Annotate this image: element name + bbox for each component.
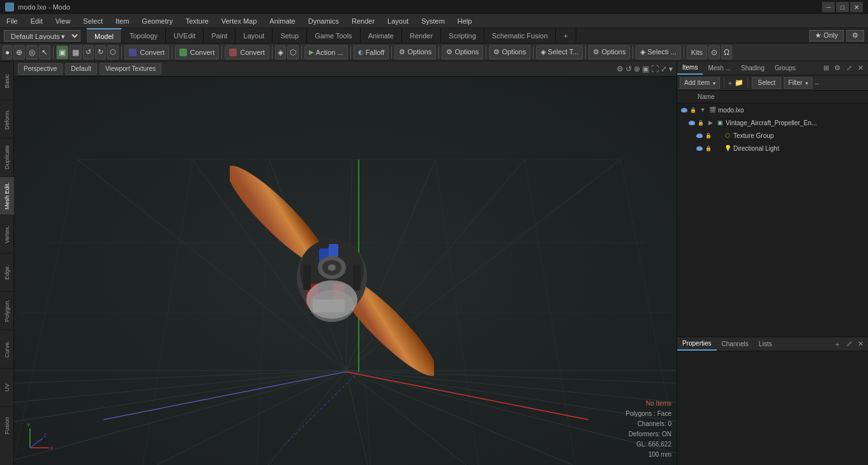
panel-tab-shading[interactable]: Shading (736, 61, 770, 75)
tab-game-tools[interactable]: Game Tools (307, 28, 361, 43)
convert2-button[interactable]: Convert (175, 45, 220, 59)
props-tab-properties[interactable]: Properties (677, 337, 717, 351)
tab-render[interactable]: Render (402, 28, 441, 43)
panel-expand2-btn[interactable]: ⤢ (844, 63, 854, 73)
sidebar-tab-basic[interactable]: Basic (0, 61, 14, 100)
menu-vertex-map[interactable]: Vertex Map (215, 14, 264, 27)
panel-tab-items[interactable]: Items (677, 61, 703, 75)
vp-icon-1[interactable]: ⚙ (617, 65, 624, 73)
tab-paint[interactable]: Paint (204, 28, 236, 43)
menu-dynamics[interactable]: Dynamics (302, 14, 345, 27)
menu-edit[interactable]: Edit (24, 14, 49, 27)
tab-model[interactable]: Model (87, 28, 122, 43)
select-t-button[interactable]: ◈ Select T... (536, 45, 583, 59)
tool-arrow-btn[interactable]: ↖ (39, 45, 50, 59)
menu-item[interactable]: Item (109, 14, 135, 27)
panel-settings-btn[interactable]: ⚙ (832, 63, 842, 73)
item-folder-btn[interactable]: 📁 (735, 79, 744, 87)
sidebar-tab-polygon[interactable]: Polygon. (0, 291, 14, 330)
vp-fullscreen[interactable]: ⤢ (661, 65, 667, 73)
sidebar-tab-vertex[interactable]: Vertex. (0, 215, 14, 253)
item-vis-mesh[interactable] (687, 118, 696, 127)
action-button[interactable]: ▶ Action ... (304, 45, 348, 59)
add-item-button[interactable]: Add Item ▾ (680, 77, 720, 89)
tool-redo-btn[interactable]: ↻ (95, 45, 106, 59)
menu-render[interactable]: Render (345, 14, 381, 27)
item-filter-button[interactable]: Filter ▾ (784, 77, 812, 89)
item-vis-root[interactable] (680, 105, 689, 114)
kits-button[interactable]: Kits (687, 45, 707, 59)
item-minus-btn[interactable]: – (815, 79, 819, 87)
viewport-3d[interactable]: No Items Polygons : Face Channels: 0 Def… (14, 77, 677, 465)
options1-button[interactable]: ⚙ Options (394, 45, 436, 59)
vp-icon-4[interactable]: ▣ (642, 65, 649, 73)
menu-geometry[interactable]: Geometry (135, 14, 179, 27)
tab-schematic-fusion[interactable]: Schematic Fusion (484, 28, 556, 43)
panel-tab-mesh[interactable]: Mesh ... (703, 61, 736, 75)
tab-scripting[interactable]: Scripting (441, 28, 484, 43)
tool-world-btn[interactable]: ⊕ (13, 45, 25, 59)
tool-omega-btn[interactable]: Ω (721, 45, 732, 59)
menu-help[interactable]: Help (451, 14, 479, 27)
tab-setup[interactable]: Setup (273, 28, 307, 43)
convert1-button[interactable]: Convert (124, 45, 169, 59)
options2-button[interactable]: ⚙ Options (442, 45, 483, 59)
props-close-btn[interactable]: ✕ (855, 339, 865, 349)
item-add-icon-btn[interactable]: + (728, 79, 732, 87)
tool-hex-btn[interactable]: ⬡ (107, 45, 119, 59)
shading-btn[interactable]: Default (65, 63, 97, 75)
item-row-mesh[interactable]: 🔒 ▶ ▣ Vintage_Aircraft_Propeller_En... (677, 116, 868, 129)
close-button[interactable]: ✕ (850, 2, 863, 12)
sidebar-tab-fusion[interactable]: Fusion (0, 406, 14, 445)
tab-animate[interactable]: Animate (361, 28, 402, 43)
vp-icon-3[interactable]: ⊕ (634, 65, 640, 73)
sidebar-tab-curve[interactable]: Curve. (0, 330, 14, 368)
3d-view[interactable]: No Items Polygons : Face Channels: 0 Def… (14, 77, 677, 465)
item-row-texture[interactable]: 🔒 ⬡ Texture Group (677, 129, 868, 142)
vp-icon-2[interactable]: ↺ (625, 65, 632, 73)
tool-undo-btn[interactable]: ↺ (83, 45, 94, 59)
vp-menu[interactable]: ▾ (669, 65, 673, 73)
menu-file[interactable]: File (0, 14, 24, 27)
sidebar-tab-deform[interactable]: Deform. (0, 100, 14, 138)
tab-layout[interactable]: Layout (236, 28, 273, 43)
tool-box1-btn[interactable]: ▣ (56, 45, 68, 59)
tool-box2-btn[interactable]: ▦ (70, 45, 82, 59)
item-vis-light[interactable] (695, 144, 704, 153)
item-vis-texture[interactable] (695, 131, 704, 140)
tab-topology[interactable]: Topology (122, 28, 166, 43)
layout-selector[interactable]: Default Layouts ▾ (4, 30, 80, 42)
tool-circle2-btn[interactable]: ⊙ (708, 45, 720, 59)
props-tab-channels[interactable]: Channels (717, 337, 754, 351)
sidebar-tab-edge[interactable]: Edge. (0, 253, 14, 291)
tool-diamond-btn[interactable]: ◈ (275, 45, 286, 59)
props-tab-lists[interactable]: Lists (754, 337, 777, 351)
item-row-light[interactable]: 🔒 💡 Directional Light (677, 142, 868, 155)
tool-hex2-btn[interactable]: ⬡ (287, 45, 299, 59)
menu-system[interactable]: System (415, 14, 451, 27)
sidebar-tab-uv[interactable]: UV (0, 368, 14, 406)
select-i-button[interactable]: ◈ Selecti ... (636, 45, 680, 59)
vp-icon-5[interactable]: ⛶ (651, 65, 659, 73)
convert3-button[interactable]: Convert (225, 45, 269, 59)
menu-animate[interactable]: Animate (263, 14, 301, 27)
item-expand-mesh[interactable]: ▶ (705, 119, 715, 126)
item-select-button[interactable]: Select (752, 77, 781, 89)
item-row-root[interactable]: 🔒 ▼ 🎬 modo.lxo (677, 103, 868, 116)
sidebar-tab-mesh-edit[interactable]: Mesh Edit. (0, 176, 14, 215)
sidebar-tab-duplicate[interactable]: Duplicate (0, 138, 14, 176)
item-expand-root[interactable]: ▼ (698, 107, 708, 113)
layout-settings-button[interactable]: ⚙ (846, 30, 864, 42)
tool-select-btn[interactable]: ● (3, 45, 12, 59)
star-only-button[interactable]: ★ Only (809, 30, 844, 42)
menu-view[interactable]: View (49, 14, 77, 27)
falloff-button[interactable]: ◐ Falloff (354, 45, 389, 59)
menu-texture[interactable]: Texture (179, 14, 215, 27)
textures-btn[interactable]: Viewport Textures (100, 63, 161, 75)
options3-button[interactable]: ⚙ Options (489, 45, 530, 59)
tool-circle-btn[interactable]: ◎ (26, 45, 38, 59)
menu-select[interactable]: Select (77, 14, 109, 27)
maximize-button[interactable]: □ (836, 2, 849, 12)
panel-expand-btn[interactable]: ⊞ (821, 63, 831, 73)
camera-btn[interactable]: Perspective (18, 63, 63, 75)
